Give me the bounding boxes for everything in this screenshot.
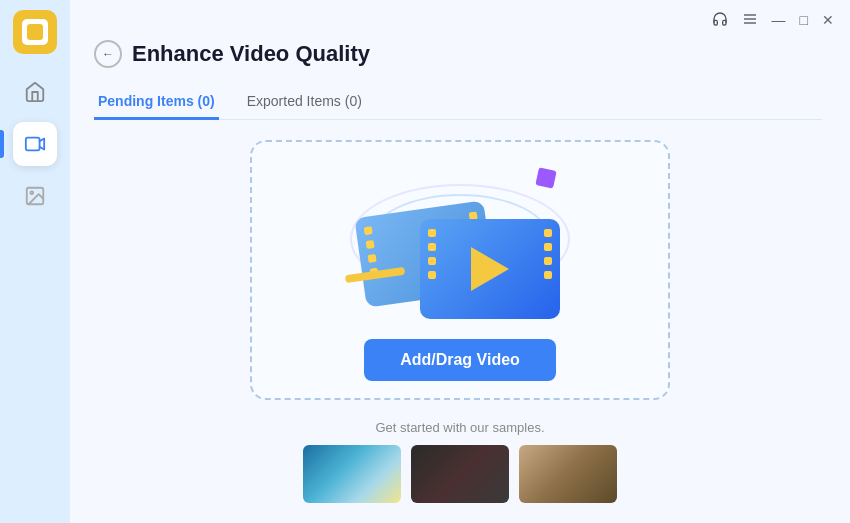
samples-label: Get started with our samples.: [375, 420, 544, 435]
minimize-icon[interactable]: —: [772, 12, 786, 28]
back-button[interactable]: ←: [94, 40, 122, 68]
accent-purple: [535, 167, 556, 188]
sidebar-item-video[interactable]: [13, 122, 57, 166]
sample-thumb-portrait[interactable]: [411, 445, 509, 503]
close-icon[interactable]: ✕: [822, 12, 834, 28]
film-dots-front-right: [544, 229, 552, 279]
tabs: Pending Items (0) Exported Items (0): [94, 84, 822, 120]
film-dots-left: [364, 226, 379, 277]
sample-thumb-beach[interactable]: [303, 445, 401, 503]
window-controls: — □ ✕: [712, 11, 834, 30]
maximize-icon[interactable]: □: [800, 12, 808, 28]
film-card-front: [420, 219, 560, 319]
headphones-icon[interactable]: [712, 11, 728, 30]
sidebar-item-image[interactable]: [13, 174, 57, 218]
main-content: — □ ✕ ← Enhance Video Quality Pending It…: [70, 0, 850, 523]
sample-thumb-hands[interactable]: [519, 445, 617, 503]
content-area: Add/Drag Video Get started with our samp…: [70, 120, 850, 523]
sidebar-item-home[interactable]: [13, 70, 57, 114]
film-dots-front-left: [428, 229, 436, 279]
titlebar: — □ ✕: [70, 0, 850, 40]
play-icon: [471, 247, 509, 291]
app-logo[interactable]: [13, 10, 57, 54]
sidebar: [0, 0, 70, 523]
header: ← Enhance Video Quality Pending Items (0…: [70, 40, 850, 120]
page-title: Enhance Video Quality: [132, 41, 370, 67]
page-title-row: ← Enhance Video Quality: [94, 40, 822, 68]
add-video-button[interactable]: Add/Drag Video: [364, 339, 556, 381]
drop-zone[interactable]: Add/Drag Video: [250, 140, 670, 400]
svg-rect-0: [26, 138, 40, 151]
video-illustration: [360, 159, 560, 319]
tab-pending[interactable]: Pending Items (0): [94, 85, 219, 120]
svg-point-2: [30, 191, 33, 194]
menu-icon[interactable]: [742, 11, 758, 30]
samples-row: [303, 445, 617, 503]
tab-exported[interactable]: Exported Items (0): [243, 85, 366, 120]
samples-section: Get started with our samples.: [303, 420, 617, 503]
